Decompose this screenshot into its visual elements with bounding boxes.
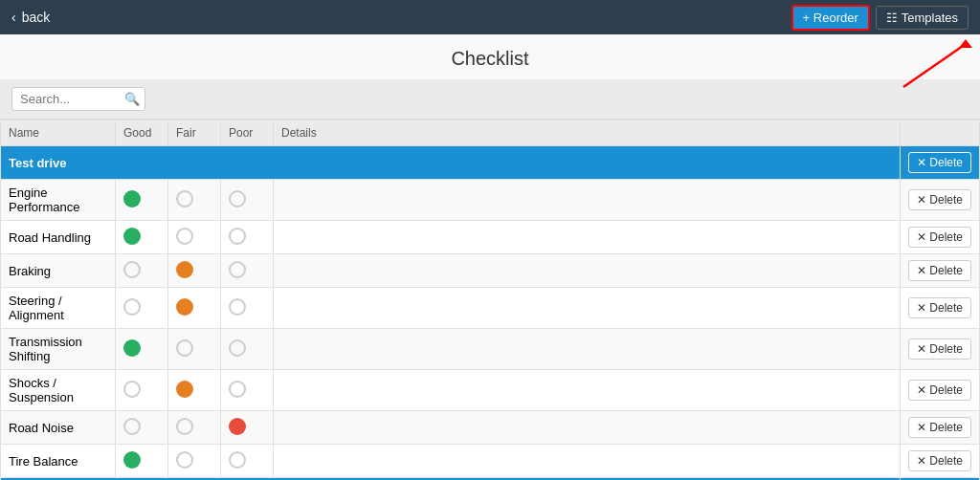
section-action: ✕ Delete — [900, 146, 979, 180]
col-header-name: Name — [1, 120, 116, 146]
item-name: Transmission Shifting — [1, 329, 116, 370]
dot-poor-empty — [229, 298, 246, 316]
item-action: ✕ Delete — [900, 329, 979, 370]
item-good — [116, 221, 168, 254]
item-poor — [221, 445, 274, 478]
item-name: Shocks / Suspension — [1, 370, 116, 411]
dot-poor-empty — [229, 261, 246, 278]
search-bar: 🔍 — [0, 79, 980, 120]
item-details — [274, 329, 901, 370]
dot-fair-empty — [176, 418, 193, 435]
item-details — [274, 411, 901, 445]
dot-good-empty — [123, 418, 141, 435]
item-fair — [168, 221, 221, 254]
delete-button[interactable]: ✕ Delete — [908, 338, 971, 360]
checklist-table: Name Good Fair Poor Details Test drive ✕… — [0, 120, 980, 480]
delete-button[interactable]: ✕ Delete — [908, 450, 971, 471]
item-details — [274, 445, 901, 478]
item-fair — [168, 288, 221, 329]
item-details — [274, 180, 901, 221]
item-poor — [221, 180, 274, 221]
col-header-action — [900, 120, 979, 146]
templates-button[interactable]: ☷ Templates — [876, 6, 969, 30]
item-name: Road Noise — [1, 411, 116, 445]
item-fair — [168, 180, 221, 221]
reorder-button[interactable]: + Reorder — [791, 5, 870, 31]
item-poor — [221, 411, 274, 445]
item-name: Braking — [1, 254, 116, 288]
item-action: ✕ Delete — [900, 411, 979, 445]
col-header-good: Good — [116, 120, 168, 146]
col-header-details: Details — [274, 120, 901, 146]
back-button[interactable]: ‹ back — [11, 10, 50, 25]
item-name: Tire Balance — [1, 445, 116, 478]
item-poor — [221, 370, 274, 411]
back-label: back — [22, 10, 51, 25]
item-good — [116, 329, 168, 370]
col-header-poor: Poor — [221, 120, 274, 146]
table-row: Road Noise ✕ Delete — [1, 411, 980, 445]
templates-icon: ☷ — [886, 11, 898, 25]
item-poor — [221, 221, 274, 254]
item-fair — [168, 445, 221, 478]
item-poor — [221, 288, 274, 329]
item-fair — [168, 329, 221, 370]
item-details — [274, 370, 901, 411]
item-name: Steering / Alignment — [1, 288, 116, 329]
table-wrapper: Name Good Fair Poor Details Test drive ✕… — [0, 120, 980, 480]
search-input-wrapper: 🔍 — [11, 87, 145, 111]
table-row: Steering / Alignment ✕ Delete — [1, 288, 980, 329]
page-title: Checklist — [0, 34, 980, 79]
item-good — [116, 411, 168, 445]
dot-poor-empty — [229, 190, 246, 207]
delete-button[interactable]: ✕ Delete — [908, 380, 971, 401]
table-row: Braking ✕ Delete — [1, 254, 980, 288]
dot-good-empty — [123, 261, 141, 278]
dot-fair — [176, 381, 193, 398]
delete-button[interactable]: ✕ Delete — [908, 297, 971, 318]
dot-good — [123, 228, 141, 245]
page-container: ‹ back + Reorder ☷ Templates Checklist 🔍… — [0, 0, 980, 480]
item-good — [116, 254, 168, 288]
dot-poor — [229, 418, 246, 435]
delete-button[interactable]: ✕ Delete — [908, 227, 971, 248]
item-details — [274, 254, 901, 288]
table-row: Road Handling ✕ Delete — [1, 221, 980, 254]
item-good — [116, 445, 168, 478]
item-name: Road Handling — [1, 221, 116, 254]
delete-button[interactable]: ✕ Delete — [908, 189, 971, 210]
dot-fair-empty — [176, 451, 193, 469]
dot-poor-empty — [229, 451, 246, 469]
dot-fair — [176, 261, 193, 278]
top-nav: ‹ back + Reorder ☷ Templates — [0, 0, 980, 34]
delete-button[interactable]: ✕ Delete — [908, 152, 971, 173]
dot-good-empty — [123, 298, 141, 316]
item-action: ✕ Delete — [900, 370, 979, 411]
dot-poor-empty — [229, 381, 246, 398]
dot-good — [123, 190, 141, 207]
dot-fair-empty — [176, 190, 193, 207]
col-header-fair: Fair — [168, 120, 221, 146]
dot-poor-empty — [229, 228, 246, 245]
item-action: ✕ Delete — [900, 254, 979, 288]
delete-button[interactable]: ✕ Delete — [908, 260, 971, 281]
templates-label: Templates — [902, 11, 958, 25]
item-poor — [221, 329, 274, 370]
item-poor — [221, 254, 274, 288]
item-fair — [168, 370, 221, 411]
dot-good — [123, 339, 141, 357]
item-good — [116, 180, 168, 221]
top-nav-right: + Reorder ☷ Templates — [791, 5, 969, 31]
item-good — [116, 370, 168, 411]
item-name: Engine Performance — [1, 180, 116, 221]
table-row: Engine Performance ✕ Delete — [1, 180, 980, 221]
delete-button[interactable]: ✕ Delete — [908, 417, 971, 438]
section-row: Test drive ✕ Delete — [1, 146, 980, 180]
dot-fair-empty — [176, 228, 193, 245]
item-details — [274, 221, 901, 254]
dot-poor-empty — [229, 339, 246, 357]
dot-good — [123, 451, 141, 469]
item-action: ✕ Delete — [900, 180, 979, 221]
search-icon: 🔍 — [124, 92, 140, 106]
back-arrow-icon: ‹ — [11, 10, 16, 25]
